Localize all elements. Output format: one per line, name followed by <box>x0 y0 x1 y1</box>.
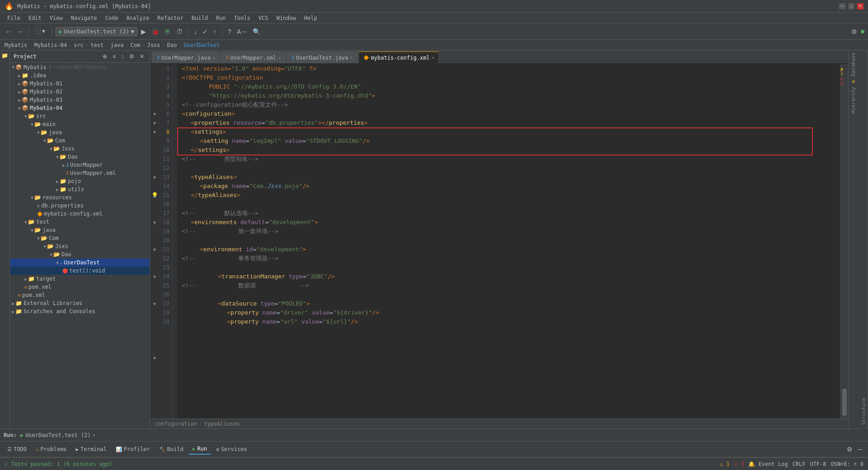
bottom-minimize-button[interactable]: ─ <box>856 445 864 454</box>
profile-button[interactable]: ⏱ <box>175 27 184 36</box>
structure-tab[interactable]: Structure <box>858 51 868 428</box>
tree-item-java-main[interactable]: ▼ 📂 java <box>10 128 150 136</box>
tree-item-pojo[interactable]: ▶ 📁 pojo <box>10 177 150 185</box>
path-typealiases[interactable]: typeAliases <box>204 421 240 427</box>
right-tab-maven[interactable]: m <box>849 78 857 85</box>
tab-close-mybatis-config[interactable]: ✕ <box>431 55 434 60</box>
panel-icon-project[interactable]: 📁 <box>1 52 8 59</box>
sidebar-add-icon[interactable]: ⊕ <box>101 52 109 61</box>
path-configuration[interactable]: configuration <box>155 421 197 427</box>
menu-vcs[interactable]: VCS <box>255 14 272 22</box>
fold-arrow-27[interactable]: ▼ <box>153 301 156 306</box>
breadcrumb-test[interactable]: test <box>90 42 104 48</box>
tree-item-jsxs-test[interactable]: ▼ 📂 Jsxs <box>10 242 150 250</box>
tree-item-mybatis-root[interactable]: ▼ 📦 Mybatis E:\Ideal项目\Mybatis <box>10 63 150 71</box>
breadcrumb-userdaotest[interactable]: UserDaoTest <box>184 42 219 48</box>
breadcrumb-mybatis04[interactable]: Mybatis-04 <box>34 42 67 48</box>
tab-close-userdaotest[interactable]: ✕ <box>350 55 353 60</box>
right-tab-hierarchy[interactable]: Hierarchy <box>849 85 857 116</box>
run-tab-active[interactable]: ▶ UserDaoTest.test (2) ✕ <box>20 432 95 438</box>
bottom-tab-build[interactable]: 🔨 Build <box>156 444 187 454</box>
tree-item-target[interactable]: ▶ 📁 target <box>10 275 150 283</box>
menu-build[interactable]: Build <box>188 14 212 22</box>
tree-item-test[interactable]: ▼ 📂 test <box>10 218 150 226</box>
bottom-tab-todo[interactable]: ☰ TODO <box>4 444 30 454</box>
menu-refactor[interactable]: Refactor <box>154 14 187 22</box>
tree-item-jsxs-main[interactable]: ▼ 📂 Jsxs <box>10 145 150 153</box>
bottom-settings-button[interactable]: ⚙ <box>845 445 854 454</box>
help-button[interactable]: ? <box>226 27 233 36</box>
menu-file[interactable]: File <box>4 14 24 22</box>
sidebar-settings-icon[interactable]: ⚙ <box>127 52 136 61</box>
run-button[interactable]: ▶ <box>139 27 148 36</box>
tree-item-com-main[interactable]: ▼ 📂 Com <box>10 136 150 145</box>
event-log[interactable]: 🔔 Event Log <box>748 461 788 467</box>
code-editor[interactable]: ▼ ▼ ▼ ▼ 💡 ▼ <box>150 64 848 418</box>
tree-item-com-test[interactable]: ▼ 📂 Com <box>10 234 150 242</box>
line-ending[interactable]: CRLF <box>793 461 806 467</box>
toolbar-forward[interactable]: → <box>15 27 25 36</box>
close-button[interactable]: ✕ <box>857 3 863 9</box>
tree-item-dao-main[interactable]: ▼ 📂 Dao <box>10 153 150 161</box>
bottom-tab-problems[interactable]: ⚠ Problems <box>32 444 70 454</box>
scroll-thumb[interactable] <box>842 389 847 416</box>
vcs-update[interactable]: ↓ <box>192 27 199 36</box>
tree-item-test-void[interactable]: 🔴 test():void <box>10 267 150 275</box>
tree-item-usermapper[interactable]: ▶ J UserMapper <box>10 161 150 169</box>
tree-item-mybatis-config[interactable]: 🔶 mybatis-config.xml <box>10 210 150 218</box>
breadcrumb-com[interactable]: Com <box>131 42 141 48</box>
debug-button[interactable]: 🐞 <box>150 27 161 36</box>
bottom-tab-run[interactable]: ▶ Run <box>189 444 211 455</box>
fold-arrow-13[interactable]: ▼ <box>153 175 156 180</box>
tree-item-usermapper-xml[interactable]: X UserMapper.xml <box>10 169 150 177</box>
tree-item-userdaotest[interactable]: ▼ ☕ UserDaoTest <box>10 258 150 267</box>
tree-item-resources[interactable]: ▼ 📂 resources <box>10 193 150 202</box>
fold-arrow-33[interactable]: ▼ <box>153 356 156 361</box>
settings-button[interactable]: ⚙ <box>849 27 859 36</box>
toolbar-recent[interactable]: ⬛▼ <box>33 28 48 35</box>
maximize-button[interactable]: □ <box>848 3 854 9</box>
tree-item-utils[interactable]: ▶ 📁 utils <box>10 185 150 193</box>
tree-item-main[interactable]: ▼ 📂 main <box>10 120 150 128</box>
run-config-selector[interactable]: ▶ UserDaoTest.test (2) ▼ <box>56 27 137 36</box>
tree-item-dao-test[interactable]: ▼ 📂 Dao <box>10 250 150 258</box>
menu-view[interactable]: View <box>46 14 66 22</box>
menu-run[interactable]: Run <box>212 14 230 22</box>
tree-item-pom-root[interactable]: m pom.xml <box>10 291 150 299</box>
vcs-commit[interactable]: ✓ <box>201 27 210 36</box>
toolbar-back[interactable]: ← <box>4 27 14 36</box>
fold-arrow-6[interactable]: ▼ <box>153 112 156 117</box>
code-content[interactable]: <?xml version="1.0" encoding="UTF8" ?> <… <box>177 64 840 418</box>
encoding[interactable]: UTF-8 <box>810 461 826 467</box>
breadcrumb-jsxs[interactable]: Jsxs <box>147 42 160 48</box>
tree-item-mybatis02[interactable]: ▶ 📦 Mybatis-02 <box>10 88 150 96</box>
breadcrumb-java[interactable]: java <box>110 42 123 48</box>
tree-item-pom-module[interactable]: m pom.xml <box>10 283 150 291</box>
bulb-icon-14[interactable]: 💡 <box>151 192 158 198</box>
right-tab-database[interactable]: Database <box>849 51 857 78</box>
vcs-push[interactable]: ↑ <box>212 27 218 36</box>
tree-item-src[interactable]: ▼ 📂 src <box>10 112 150 120</box>
tree-item-java-test[interactable]: ▼ 📂 java <box>10 226 150 234</box>
menu-code[interactable]: Code <box>102 14 122 22</box>
search-button[interactable]: 🔍 <box>251 27 262 36</box>
menu-window[interactable]: Window <box>273 14 299 22</box>
minimize-button[interactable]: ─ <box>839 3 845 9</box>
sidebar-sort-icon[interactable]: ↕ <box>119 52 126 61</box>
fold-arrow-7[interactable]: ▼ <box>153 121 156 126</box>
editor-scrollbar[interactable]: ▲ 1 ✕ 3 <box>840 64 848 418</box>
tab-usermapper-java[interactable]: J UserMapper.java ✕ <box>152 52 220 63</box>
tab-userdaotest-java[interactable]: J UserDaoTest.java ✕ <box>287 52 358 63</box>
fold-arrow-18[interactable]: ▼ <box>153 220 156 225</box>
bottom-tab-profiler[interactable]: 📊 Profiler <box>112 444 154 454</box>
menu-analyze[interactable]: Analyze <box>123 14 153 22</box>
menu-navigate[interactable]: Navigate <box>67 14 101 22</box>
bottom-tab-services[interactable]: ⚙ Services <box>212 444 250 454</box>
breadcrumb-dao[interactable]: Dao <box>167 42 177 48</box>
translate-button[interactable]: A↔ <box>235 27 249 36</box>
menu-help[interactable]: Help <box>301 14 321 22</box>
bottom-tab-terminal[interactable]: ▶ Terminal <box>72 444 110 454</box>
tree-item-external-libs[interactable]: ▶ 📁 External Libraries <box>10 299 150 307</box>
fold-arrow-8[interactable]: ▼ <box>153 130 156 135</box>
sidebar-layout-icon[interactable]: ≡ <box>111 52 118 61</box>
